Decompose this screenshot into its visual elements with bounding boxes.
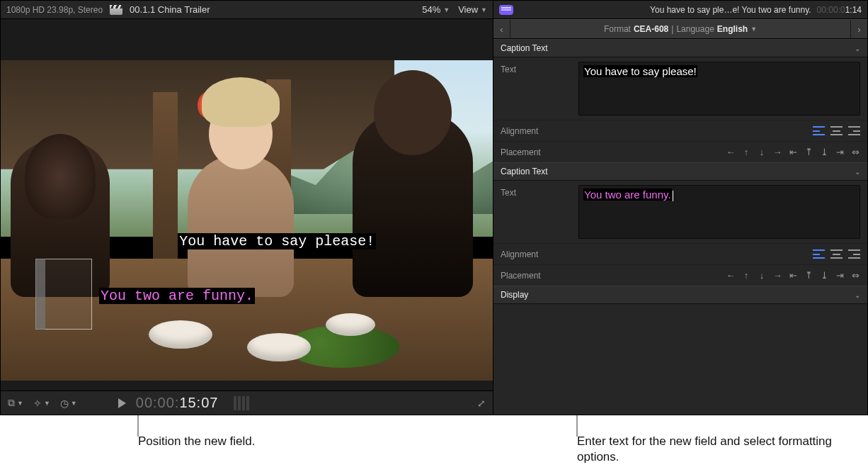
caption-text-2: You two are funny. — [583, 189, 672, 201]
annotation-layer: Position the new field. Enter text for t… — [0, 415, 868, 472]
chevron-down-icon: ▼ — [750, 26, 757, 33]
placement-down-button[interactable]: ↓ — [757, 147, 767, 157]
prev-caption-button[interactable]: ‹ — [493, 20, 510, 38]
play-button[interactable] — [118, 398, 126, 408]
placement-center-button[interactable]: ⇔ — [850, 270, 860, 281]
view-dropdown[interactable]: View ▼ — [458, 4, 487, 15]
display-label: Display — [501, 290, 528, 300]
align-center-button[interactable] — [830, 249, 843, 259]
alignment-row-1: Alignment — [493, 120, 867, 141]
timecode-dim: 00:00: — [136, 395, 180, 410]
effects-toggle-button[interactable]: ✧▼ — [33, 398, 50, 409]
view-label: View — [458, 4, 478, 15]
align-right-button[interactable] — [848, 249, 860, 259]
next-caption-button[interactable]: › — [850, 20, 867, 38]
inspector-pane: You have to say ple…e! You two are funny… — [493, 1, 867, 415]
caption-inspector-icon[interactable] — [499, 5, 513, 15]
caption-block-2: Caption Text ⌄ Text You two are funny. A… — [493, 162, 867, 304]
placement-up-button[interactable]: ↑ — [741, 147, 751, 157]
format-language-bar: ‹ Format CEA-608 | Language English ▼ › — [493, 19, 867, 39]
alignment-row-2: Alignment — [493, 243, 867, 264]
retime-button[interactable]: ◷▼ — [60, 398, 77, 409]
inspector-top-bar: You have to say ple…e! You two are funny… — [493, 1, 867, 19]
caption-text-section-header[interactable]: Caption Text ⌄ — [493, 39, 867, 57]
text-label: Text — [501, 62, 571, 74]
text-cursor — [673, 191, 673, 201]
caption-text-1: You have to say please! — [583, 65, 697, 77]
caption-text-row-1: Text You have to say please! — [493, 57, 867, 120]
placement-right-button[interactable]: → — [772, 147, 782, 157]
align-left-button[interactable] — [813, 249, 825, 259]
viewer-pane: 1080p HD 23.98p, Stereo 00.1.1 China Tra… — [1, 1, 493, 415]
caption-duration: 00:00:01:14 — [817, 5, 862, 15]
placement-label: Placement — [501, 271, 571, 281]
alignment-label: Alignment — [501, 249, 571, 259]
language-label: Language — [676, 24, 714, 34]
caption-text-input-1[interactable]: You have to say please! — [578, 62, 860, 116]
app-window: 1080p HD 23.98p, Stereo 00.1.1 China Tra… — [0, 0, 868, 415]
divider: | — [671, 24, 673, 34]
placement-row-2: Placement ← ↑ ↓ → ⇤ ⤒ ⤓ ⇥ ⇔ — [493, 264, 867, 286]
placement-bottom-button[interactable]: ⤓ — [819, 147, 829, 157]
video-frame — [1, 60, 493, 381]
placement-label: Placement — [501, 147, 571, 157]
alignment-label: Alignment — [501, 126, 571, 136]
section-title: Caption Text — [501, 167, 548, 176]
placement-top-button[interactable]: ⤒ — [804, 147, 813, 157]
caption-overlay-2[interactable]: You two are funny. — [99, 288, 255, 304]
placement-far-right-button[interactable]: ⇥ — [835, 270, 845, 281]
caption-text-input-2[interactable]: You two are funny. — [578, 185, 860, 239]
chevron-down-icon: ▼ — [443, 6, 450, 13]
caption-summary: You have to say ple…e! You two are funny… — [519, 5, 811, 15]
viewer-top-bar: 1080p HD 23.98p, Stereo 00.1.1 China Tra… — [1, 1, 493, 19]
placement-left-button[interactable]: ← — [726, 147, 736, 157]
zoom-dropdown[interactable]: 54% ▼ — [422, 4, 450, 15]
callout-left: Position the new field. — [138, 434, 255, 449]
placement-bottom-button[interactable]: ⤓ — [819, 270, 829, 281]
placement-top-button[interactable]: ⤒ — [804, 270, 813, 281]
placement-row-1: Placement ← ↑ ↓ → ⇤ ⤒ ⤓ ⇥ ⇔ — [493, 141, 867, 162]
placement-right-button[interactable]: → — [772, 270, 782, 281]
audio-meter — [234, 396, 249, 410]
callout-right: Enter text for the new field and select … — [577, 434, 846, 465]
format-language-dropdown[interactable]: Format CEA-608 | Language English ▼ — [510, 24, 850, 34]
timecode-hi: 15:07 — [179, 395, 218, 410]
chevron-down-icon: ⌄ — [855, 291, 860, 299]
viewer-canvas-area: You have to say please! You two are funn… — [1, 19, 493, 390]
placement-center-button[interactable]: ⇔ — [850, 147, 860, 157]
section-title: Caption Text — [501, 43, 548, 53]
format-label: Format — [604, 24, 631, 34]
caption-text-section-header-2[interactable]: Caption Text ⌄ — [493, 162, 867, 181]
caption-selection-handle[interactable] — [35, 259, 92, 330]
placement-left-button[interactable]: ← — [726, 270, 736, 281]
chevron-down-icon: ⌄ — [855, 168, 860, 176]
fullscreen-button[interactable]: ⤢ — [477, 398, 486, 409]
clip-title[interactable]: 00.1.1 China Trailer — [130, 4, 210, 15]
chevron-down-icon: ▼ — [481, 6, 487, 13]
placement-far-left-button[interactable]: ⇤ — [788, 147, 798, 157]
caption-block-1: Caption Text ⌄ Text You have to say plea… — [493, 39, 867, 162]
chevron-down-icon: ⌄ — [855, 45, 860, 52]
video-spec: 1080p HD 23.98p, Stereo — [6, 5, 103, 15]
placement-down-button[interactable]: ↓ — [757, 270, 767, 281]
caption-text-row-2: Text You two are funny. — [493, 181, 867, 243]
format-value: CEA-608 — [634, 24, 668, 34]
zoom-value: 54% — [422, 4, 440, 15]
viewer-transport-bar: ⧉▼ ✧▼ ◷▼ 00:00:15:07 ⤢ — [1, 390, 493, 415]
caption-overlay-1[interactable]: You have to say please! — [178, 233, 376, 249]
text-label: Text — [501, 185, 571, 198]
viewer-canvas[interactable]: You have to say please! You two are funn… — [1, 60, 493, 381]
clip-appearance-button[interactable]: ⧉▼ — [8, 397, 23, 409]
align-left-button[interactable] — [813, 126, 825, 135]
language-value: English — [717, 24, 748, 34]
placement-far-left-button[interactable]: ⇤ — [788, 270, 798, 281]
display-section-header[interactable]: Display ⌄ — [493, 286, 867, 304]
align-center-button[interactable] — [830, 126, 843, 135]
timecode-display[interactable]: 00:00:15:07 — [136, 395, 219, 412]
placement-far-right-button[interactable]: ⇥ — [835, 147, 845, 157]
align-right-button[interactable] — [848, 126, 860, 135]
placement-up-button[interactable]: ↑ — [741, 270, 751, 281]
clapperboard-icon — [110, 5, 122, 15]
